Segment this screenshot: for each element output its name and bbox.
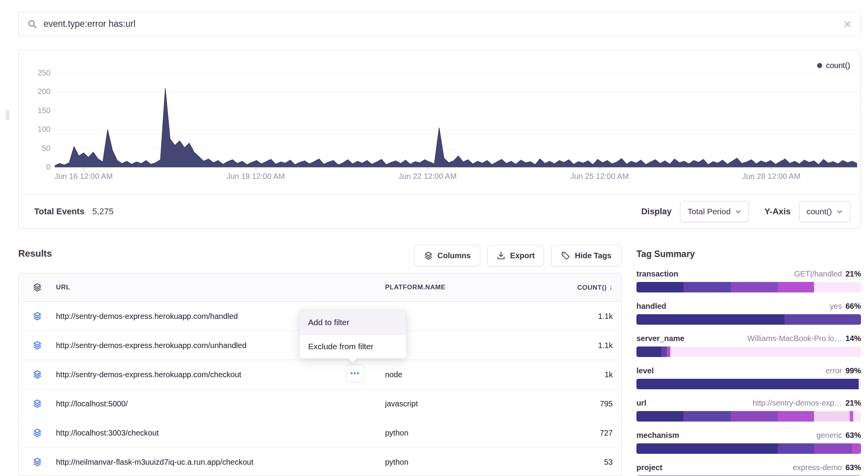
download-icon bbox=[497, 251, 505, 260]
tag-summary-title: Tag Summary bbox=[636, 249, 861, 259]
y-axis-tick-label: 150 bbox=[19, 106, 51, 115]
tag-group: level error 99% bbox=[636, 366, 861, 389]
yaxis-label: Y-Axis bbox=[764, 206, 790, 217]
tag-distribution-bar[interactable] bbox=[636, 346, 861, 357]
cell-actions-button[interactable]: ••• bbox=[346, 364, 364, 382]
tag-bar-segment bbox=[814, 411, 850, 422]
count-cell: 727 bbox=[600, 429, 613, 437]
stack-icon bbox=[33, 428, 42, 438]
table-row[interactable]: http://sentry-demos-express.herokuapp.co… bbox=[19, 360, 621, 389]
column-header-url[interactable]: URL bbox=[56, 284, 70, 291]
tag-bar-segment bbox=[814, 443, 852, 454]
search-bar[interactable]: event.type:error has:url bbox=[18, 12, 861, 36]
discover-page: event.type:error has:url count() 0501001… bbox=[0, 0, 868, 476]
stack-icon bbox=[33, 312, 42, 321]
column-header-count[interactable]: COUNT() bbox=[577, 284, 607, 291]
tag-group: transaction GET|/handled 21% bbox=[636, 270, 861, 292]
tag-top-percentage: 66% bbox=[845, 302, 861, 311]
url-cell[interactable]: http://localhost:3003/checkout bbox=[56, 429, 159, 437]
chart-footer: Total Events 5,275 Display Total Period … bbox=[19, 194, 860, 228]
count-cell: 1.1k bbox=[598, 312, 613, 320]
tag-bar-segment bbox=[778, 282, 814, 292]
stack-icon bbox=[33, 283, 42, 292]
tag-bar-segment bbox=[850, 411, 853, 422]
context-menu: Add to filter Exclude from filter bbox=[299, 310, 406, 359]
tag-bar-segment bbox=[636, 314, 784, 325]
x-axis-tick bbox=[427, 167, 428, 170]
url-cell[interactable]: http://localhost:5000/ bbox=[56, 399, 128, 408]
tag-distribution-bar[interactable] bbox=[636, 282, 861, 292]
stack-icon bbox=[33, 341, 42, 350]
x-axis-tick bbox=[771, 167, 772, 170]
count-cell: 1k bbox=[605, 370, 613, 379]
display-dropdown[interactable]: Total Period bbox=[680, 201, 749, 222]
column-header-platform[interactable]: PLATFORM.NAME bbox=[385, 284, 446, 291]
tag-bar-segment bbox=[814, 282, 861, 292]
yaxis-dropdown[interactable]: count() bbox=[799, 201, 850, 222]
x-axis-tick-label: Jun 22 12:00 AM bbox=[398, 172, 457, 181]
columns-button[interactable]: Columns bbox=[414, 245, 480, 266]
export-button[interactable]: Export bbox=[487, 245, 544, 266]
menu-item-add-to-filter[interactable]: Add to filter bbox=[300, 310, 406, 334]
results-title: Results bbox=[18, 248, 52, 259]
hide-tags-button[interactable]: Hide Tags bbox=[551, 245, 622, 266]
tag-top-value: GET|/handled bbox=[794, 270, 842, 278]
tag-group: server_name Williams-MacBook-Pro.lo… 14% bbox=[636, 334, 861, 357]
tag-bar-segment bbox=[778, 443, 814, 454]
tag-bar-segment bbox=[636, 282, 683, 292]
tag-distribution-bar[interactable] bbox=[636, 314, 861, 325]
y-axis-tick-label: 250 bbox=[19, 68, 51, 77]
tag-summary: Tag Summary transaction GET|/handled 21%… bbox=[636, 249, 861, 476]
tag-top-value: Williams-MacBook-Pro.lo… bbox=[748, 334, 842, 343]
url-cell[interactable]: http://sentry-demos-express.herokuapp.co… bbox=[56, 312, 238, 320]
tag-bar-segment bbox=[670, 346, 861, 357]
results-table: URL PLATFORM.NAME COUNT()↓ http://sentry… bbox=[18, 273, 622, 476]
yaxis-dropdown-value: count() bbox=[807, 207, 832, 216]
tag-group: handled yes 66% bbox=[636, 302, 861, 325]
tag-group: url http://sentry-demos-exp… 21% bbox=[636, 399, 861, 422]
sidebar-collapse-handle[interactable] bbox=[6, 110, 9, 120]
table-header: URL PLATFORM.NAME COUNT()↓ bbox=[19, 273, 621, 302]
count-cell: 795 bbox=[600, 399, 613, 408]
tag-distribution-bar[interactable] bbox=[636, 443, 861, 454]
close-icon[interactable] bbox=[843, 20, 852, 28]
tag-bar-segment bbox=[778, 411, 814, 422]
tag-top-value: generic bbox=[816, 431, 842, 440]
table-row[interactable]: http://localhost:3003/checkout python 72… bbox=[19, 418, 621, 448]
columns-button-label: Columns bbox=[437, 251, 471, 260]
tag-bar-segment bbox=[852, 443, 861, 454]
y-axis-tick-label: 100 bbox=[19, 125, 51, 134]
url-cell[interactable]: http://sentry-demos-express.herokuapp.co… bbox=[56, 370, 241, 379]
tag-groups: transaction GET|/handled 21% handled yes… bbox=[636, 270, 861, 476]
x-axis-tick-label: Jun 16 12:00 AM bbox=[54, 172, 113, 181]
chevron-down-icon bbox=[735, 208, 741, 215]
url-cell[interactable]: http://sentry-demos-express.herokuapp.co… bbox=[56, 341, 246, 350]
tag-bar-segment bbox=[636, 443, 778, 454]
tag-bar-segment bbox=[683, 411, 730, 422]
tag-bar-segment bbox=[859, 379, 861, 389]
y-axis-tick-label: 50 bbox=[19, 144, 51, 153]
tag-name: url bbox=[636, 399, 647, 408]
stack-icon bbox=[33, 399, 42, 408]
search-input[interactable]: event.type:error has:url bbox=[44, 19, 843, 29]
platform-cell: javascript bbox=[385, 399, 418, 408]
hide-tags-button-label: Hide Tags bbox=[575, 251, 611, 260]
tag-name: handled bbox=[636, 302, 666, 311]
total-events-value: 5,275 bbox=[92, 206, 113, 217]
tag-distribution-bar[interactable] bbox=[636, 411, 861, 422]
sort-desc-icon: ↓ bbox=[609, 283, 613, 291]
tag-bar-segment bbox=[661, 346, 667, 357]
tag-top-percentage: 63% bbox=[845, 431, 861, 440]
total-events-label: Total Events bbox=[34, 206, 84, 217]
url-cell[interactable]: http://neilmanvar-flask-m3uuizd7iq-uc.a.… bbox=[56, 458, 253, 466]
tag-top-percentage: 63% bbox=[845, 463, 861, 472]
y-axis-tick-label: 0 bbox=[19, 163, 51, 172]
stack-icon bbox=[33, 457, 42, 467]
table-row[interactable]: http://localhost:5000/ javascript 795 bbox=[19, 389, 621, 418]
tag-distribution-bar[interactable] bbox=[636, 379, 861, 389]
table-row[interactable]: http://neilmanvar-flask-m3uuizd7iq-uc.a.… bbox=[19, 448, 621, 476]
tag-top-percentage: 14% bbox=[845, 334, 861, 343]
platform-cell: python bbox=[385, 458, 408, 466]
tag-bar-segment bbox=[683, 282, 730, 292]
tag-bar-segment bbox=[731, 282, 778, 292]
